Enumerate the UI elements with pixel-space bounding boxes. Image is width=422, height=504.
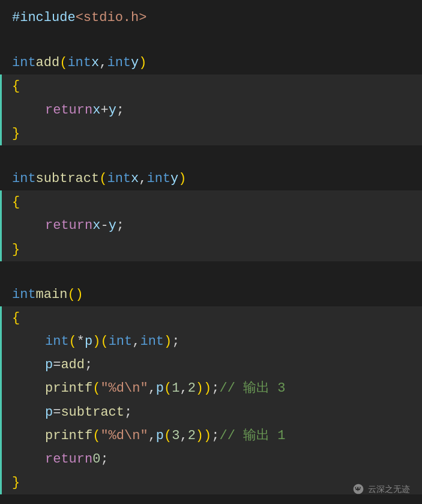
var-x: x bbox=[92, 100, 100, 121]
left-bar-indicator bbox=[0, 424, 2, 448]
return-keyword-main: return bbox=[45, 449, 92, 470]
left-bar-indicator bbox=[0, 448, 2, 471]
left-bar-indicator bbox=[0, 74, 2, 98]
var-x2: x bbox=[92, 215, 100, 236]
var-p: p bbox=[85, 331, 92, 352]
semicolon-2: ; bbox=[116, 215, 124, 236]
comma-printf1: , bbox=[148, 378, 156, 399]
left-bar-indicator bbox=[0, 353, 2, 377]
paren-open: ( bbox=[59, 52, 67, 73]
preprocessor-keyword: #include bbox=[12, 7, 76, 28]
paren-printf2-close: ) bbox=[203, 425, 211, 446]
paren-printf1-open: ( bbox=[92, 378, 100, 399]
var-p-call1: p bbox=[156, 378, 164, 399]
type-int-y2: int bbox=[146, 168, 170, 189]
comment-1: // 输出 3 bbox=[219, 378, 285, 399]
semi-p-assign2: ; bbox=[124, 402, 132, 423]
star: * bbox=[77, 331, 85, 352]
arg-2b: 2 bbox=[188, 425, 196, 446]
code-line-17: printf("%d\n", p(1, 2)); // 输出 3 bbox=[0, 377, 422, 400]
paren-pcall1-open: ( bbox=[164, 378, 172, 399]
brace-close-main: } bbox=[12, 472, 20, 493]
type-int-y: int bbox=[107, 52, 131, 73]
param-y: y bbox=[131, 52, 139, 73]
left-bar-indicator bbox=[0, 471, 2, 494]
code-line-20: return 0; bbox=[0, 448, 422, 471]
return-keyword: return bbox=[45, 100, 92, 121]
code-line-10: return x - y; bbox=[0, 214, 422, 237]
op-assign1: = bbox=[53, 354, 61, 375]
code-editor: #include <stdio.h> int add(int x, int y)… bbox=[0, 0, 422, 504]
code-line-16: p = add; bbox=[0, 353, 422, 377]
code-line-5: return x + y; bbox=[0, 99, 422, 122]
var-p-call2: p bbox=[156, 425, 164, 446]
return-zero: 0 bbox=[92, 449, 100, 470]
param-x: x bbox=[91, 52, 99, 73]
brace-close: } bbox=[12, 123, 20, 144]
watermark-text: 云深之无迹 bbox=[368, 482, 410, 496]
semicolon: ; bbox=[116, 100, 124, 121]
semi-return: ; bbox=[100, 449, 108, 470]
func-subtract-ref: subtract bbox=[61, 402, 124, 423]
paren-pcall1-close: ) bbox=[196, 378, 203, 399]
code-line-7 bbox=[0, 145, 422, 167]
code-line-11: } bbox=[0, 238, 422, 261]
code-line-18: p = subtract; bbox=[0, 401, 422, 424]
type-int-x2: int bbox=[107, 168, 131, 189]
code-line-9: { bbox=[0, 190, 422, 214]
param-y2: y bbox=[170, 168, 178, 189]
code-line-12 bbox=[0, 261, 422, 283]
semicolon-ptr: ; bbox=[172, 331, 179, 352]
code-line-15: int (*p)(int, int); bbox=[0, 330, 422, 353]
include-file: <stdio.h> bbox=[76, 7, 147, 28]
left-bar-indicator bbox=[0, 330, 2, 353]
arg-1: 1 bbox=[172, 378, 179, 399]
comma-args: , bbox=[132, 331, 140, 352]
var-y: y bbox=[109, 100, 116, 121]
left-bar-indicator bbox=[0, 377, 2, 400]
brace-open: { bbox=[12, 76, 20, 97]
paren-printf1-close: ) bbox=[203, 378, 211, 399]
comma1: , bbox=[99, 52, 107, 73]
paren-open-args: ( bbox=[100, 331, 108, 352]
func-add-ref: add bbox=[61, 354, 85, 375]
code-line-3: int add(int x, int y) bbox=[0, 51, 422, 74]
type-keyword: int bbox=[12, 52, 36, 73]
paren-main: () bbox=[67, 284, 83, 305]
code-line-13: int main() bbox=[0, 283, 422, 306]
var-p3: p bbox=[45, 402, 53, 423]
type-keyword-2: int bbox=[12, 168, 36, 189]
left-bar-indicator bbox=[0, 401, 2, 424]
left-bar-indicator bbox=[0, 238, 2, 261]
return-keyword-2: return bbox=[45, 215, 92, 236]
var-p2: p bbox=[45, 354, 53, 375]
paren-close-2: ) bbox=[178, 168, 186, 189]
var-y2: y bbox=[109, 215, 116, 236]
paren-pcall2-open: ( bbox=[164, 425, 172, 446]
type-int-a1: int bbox=[109, 331, 133, 352]
code-line-2 bbox=[0, 29, 422, 51]
comment-2: // 输出 1 bbox=[219, 425, 285, 446]
semi-printf1: ; bbox=[211, 378, 219, 399]
code-line-8: int subtract(int x, int y) bbox=[0, 167, 422, 190]
paren-close-ptr: ) bbox=[92, 331, 100, 352]
comma2: , bbox=[139, 168, 146, 189]
left-bar-indicator-main bbox=[0, 306, 2, 330]
arg-3: 3 bbox=[172, 425, 179, 446]
op-minus: - bbox=[100, 215, 108, 236]
param-x2: x bbox=[131, 168, 139, 189]
left-bar-indicator bbox=[0, 122, 2, 145]
type-int-ptr: int bbox=[45, 331, 69, 352]
func-printf2: printf bbox=[45, 425, 92, 446]
func-name-add: add bbox=[36, 52, 60, 73]
ptr-decl: ( bbox=[69, 331, 77, 352]
string-fmt1: "%d\n" bbox=[100, 378, 148, 399]
comma-printf2: , bbox=[148, 425, 156, 446]
comma-pcall1: , bbox=[179, 378, 187, 399]
left-bar-indicator bbox=[0, 99, 2, 122]
arg-2: 2 bbox=[188, 378, 196, 399]
code-line-4: { bbox=[0, 74, 422, 98]
code-line-19: printf("%d\n", p(3, 2)); // 输出 1 bbox=[0, 424, 422, 448]
wechat-icon bbox=[352, 483, 364, 495]
semi-p-assign: ; bbox=[85, 354, 92, 375]
